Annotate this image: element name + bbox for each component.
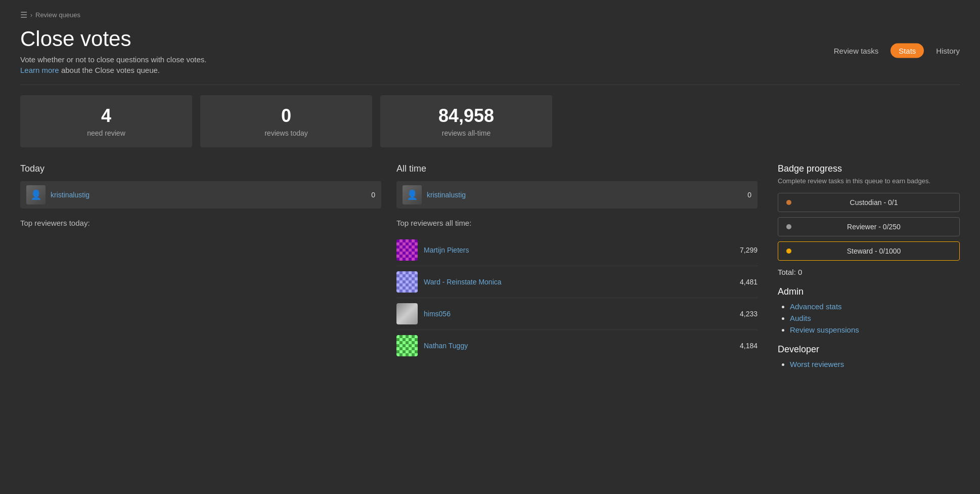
menu-icon: ☰ [20, 10, 27, 20]
audits-link[interactable]: Audits [790, 314, 811, 322]
badge-reviewer: Reviewer - 0/250 [778, 217, 960, 236]
stat-card-need-review: 4 need review [20, 95, 192, 147]
today-reviewer-row: 👤 kristinalustig 0 [20, 181, 381, 209]
admin-section-title: Admin [778, 286, 960, 297]
alltime-reviewer-count: 0 [747, 191, 751, 199]
worst-reviewers-link[interactable]: Worst reviewers [790, 360, 844, 368]
learn-more-line: Learn more about the Close votes queue. [20, 66, 960, 74]
stat-card-reviews-alltime: 84,958 reviews all-time [380, 95, 552, 147]
badge-custodian: Custodian - 0/1 [778, 193, 960, 212]
badge-label-steward: Steward - 0/1000 [796, 247, 951, 255]
alltime-reviewer-row: 👤 kristinalustig 0 [396, 181, 758, 209]
review-suspensions-link[interactable]: Review suspensions [790, 325, 859, 334]
reviewer-count-nathan: 4,184 [727, 342, 758, 350]
list-item: Audits [790, 314, 960, 322]
today-reviewer-name[interactable]: kristinalustig [51, 191, 366, 199]
badge-dot-reviewer [786, 224, 791, 229]
badge-dot-steward [786, 249, 791, 254]
page-wrapper: ☰ › Review queues Close votes Vote wheth… [0, 0, 980, 389]
tab-review-tasks[interactable]: Review tasks [834, 47, 878, 55]
main-layout: Today 👤 kristinalustig 0 Top reviewers t… [20, 163, 960, 379]
breadcrumb-link[interactable]: Review queues [35, 11, 80, 19]
badge-total: Total: 0 [778, 268, 960, 276]
alltime-title: All time [396, 163, 758, 174]
page-description: Vote whether or not to close questions w… [20, 55, 960, 64]
admin-links-list: Advanced stats Audits Review suspensions [778, 302, 960, 334]
page-title: Close votes [20, 27, 960, 51]
today-reviewer-avatar: 👤 [26, 185, 46, 204]
top-sections-row: Today 👤 kristinalustig 0 Top reviewers t… [20, 163, 758, 361]
tab-stats[interactable]: Stats [890, 44, 924, 58]
list-item: Martijn Pieters 7,299 [396, 234, 758, 266]
alltime-section: All time 👤 kristinalustig 0 Top reviewer… [396, 163, 758, 361]
tab-history[interactable]: History [936, 47, 960, 55]
chevron-icon: › [30, 12, 32, 19]
list-item: Advanced stats [790, 302, 960, 311]
list-item: Nathan Tuggy 4,184 [396, 330, 758, 361]
reviewer-avatar-nathan [396, 335, 418, 356]
reviewer-avatar-martijn [396, 239, 418, 261]
content-area: Today 👤 kristinalustig 0 Top reviewers t… [20, 163, 758, 379]
reviewer-count-martijn: 7,299 [727, 246, 758, 254]
header-divider [20, 85, 960, 85]
stat-label-reviews-today: reviews today [264, 129, 308, 137]
stat-number-reviews-today: 0 [215, 105, 357, 127]
stat-label-reviews-alltime: reviews all-time [442, 129, 491, 137]
badge-label-reviewer: Reviewer - 0/250 [796, 223, 951, 231]
today-title: Today [20, 163, 381, 174]
reviewer-link-nathan[interactable]: Nathan Tuggy [424, 342, 721, 350]
stat-number-need-review: 4 [35, 105, 177, 127]
list-item: Ward - Reinstate Monica 4,481 [396, 266, 758, 298]
breadcrumb: ☰ › Review queues [20, 10, 960, 20]
badge-progress-description: Complete review tasks in this queue to e… [778, 177, 960, 185]
tab-navigation: Review tasks Stats History [834, 44, 960, 58]
reviewer-count-hims: 4,233 [727, 310, 758, 318]
alltime-reviewer-name[interactable]: kristinalustig [427, 191, 742, 199]
reviewer-avatar-hims [396, 303, 418, 324]
alltime-reviewer-avatar: 👤 [403, 185, 422, 204]
stats-row: 4 need review 0 reviews today 84,958 rev… [20, 95, 960, 147]
reviewer-avatar-ward [396, 271, 418, 293]
developer-section-title: Developer [778, 344, 960, 355]
reviewer-link-ward[interactable]: Ward - Reinstate Monica [424, 278, 721, 286]
badge-dot-custodian [786, 200, 791, 205]
reviewer-link-hims[interactable]: hims056 [424, 310, 721, 318]
today-reviewer-count: 0 [371, 191, 375, 199]
advanced-stats-link[interactable]: Advanced stats [790, 302, 842, 311]
list-item: Worst reviewers [790, 360, 960, 368]
top-reviewers-alltime-title: Top reviewers all time: [396, 219, 758, 227]
list-item: Review suspensions [790, 325, 960, 334]
top-reviewers-today-title: Top reviewers today: [20, 219, 381, 227]
badge-progress-title: Badge progress [778, 163, 960, 174]
badge-label-custodian: Custodian - 0/1 [796, 198, 951, 207]
sidebar: Badge progress Complete review tasks in … [778, 163, 960, 379]
learn-more-link[interactable]: Learn more [20, 66, 59, 74]
page-header: Close votes Vote whether or not to close… [20, 27, 960, 74]
badge-steward: Steward - 0/1000 [778, 241, 960, 261]
stat-label-need-review: need review [87, 129, 125, 137]
avatar-image-alltime: 👤 [403, 185, 422, 204]
avatar-image: 👤 [26, 185, 46, 204]
reviewer-count-ward: 4,481 [727, 278, 758, 286]
top-reviewers-alltime-section: Top reviewers all time: Martijn Pieters … [396, 219, 758, 361]
reviewer-link-martijn[interactable]: Martijn Pieters [424, 246, 721, 254]
developer-links-list: Worst reviewers [778, 360, 960, 368]
stat-number-reviews-alltime: 84,958 [395, 105, 537, 127]
today-section: Today 👤 kristinalustig 0 Top reviewers t… [20, 163, 381, 361]
stat-card-reviews-today: 0 reviews today [200, 95, 372, 147]
list-item: hims056 4,233 [396, 298, 758, 330]
